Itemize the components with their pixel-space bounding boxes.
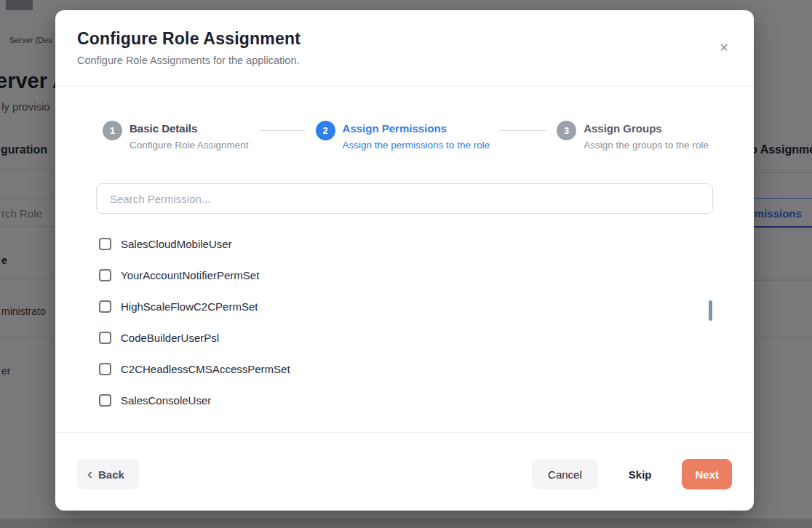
permission-label: HighScaleFlowC2CPermSet — [121, 300, 258, 313]
permission-row[interactable]: SalesConsoleUser — [99, 385, 713, 416]
back-label: Back — [98, 468, 124, 481]
permission-checkbox[interactable] — [99, 238, 111, 250]
permission-label: CodeBuilderUserPsl — [121, 332, 219, 344]
dialog-body: 1 Basic Details Configure Role Assignmen… — [55, 87, 754, 432]
wizard-stepper: 1 Basic Details Configure Role Assignmen… — [103, 121, 709, 151]
step-title: Assign Permissions — [343, 121, 490, 135]
step-assign-permissions[interactable]: 2 Assign Permissions Assign the permissi… — [316, 121, 490, 151]
permission-row[interactable]: HighScaleFlowC2CPermSet — [99, 291, 713, 322]
step-assign-groups[interactable]: 3 Assign Groups Assign the groups to the… — [557, 121, 709, 151]
skip-button[interactable]: Skip — [617, 459, 664, 489]
footer-actions: Cancel Skip Next — [532, 459, 732, 489]
step-title: Basic Details — [130, 121, 249, 135]
permission-row[interactable]: C2CHeadlessCMSAccessPermSet — [99, 353, 713, 385]
configure-role-assignment-dialog: Configure Role Assignment Configure Role… — [55, 10, 754, 511]
step-number-badge: 1 — [103, 121, 122, 140]
permission-checkbox[interactable] — [99, 269, 111, 281]
permission-checkbox[interactable] — [99, 394, 111, 407]
permission-row[interactable]: CodeBuilderUserPsl — [99, 322, 713, 353]
permission-row[interactable]: SalesCloudMobileUser — [99, 228, 713, 260]
permission-list: SalesCloudMobileUser YourAccountNotifier… — [99, 228, 713, 416]
close-icon[interactable]: ✕ — [720, 42, 729, 54]
permission-checkbox[interactable] — [99, 300, 111, 313]
scrollbar-thumb[interactable] — [709, 300, 712, 321]
dialog-title: Configure Role Assignment — [77, 29, 732, 49]
stepper-connector — [260, 130, 305, 131]
step-basic-details[interactable]: 1 Basic Details Configure Role Assignmen… — [103, 121, 249, 151]
dialog-header: Configure Role Assignment Configure Role… — [55, 10, 754, 87]
step-number-badge: 2 — [316, 121, 335, 140]
dialog-subtitle: Configure Role Assignments for the appli… — [77, 55, 732, 66]
permission-label: SalesCloudMobileUser — [121, 238, 232, 250]
step-number-badge: 3 — [557, 121, 576, 140]
step-subtitle: Assign the groups to the role — [584, 140, 709, 151]
back-button[interactable]: ‹ Back — [77, 459, 139, 489]
permission-row[interactable]: YourAccountNotifierPermSet — [99, 260, 713, 291]
search-permission-input[interactable] — [96, 183, 713, 214]
step-title: Assign Groups — [584, 121, 709, 135]
dialog-footer: ‹ Back Cancel Skip Next — [55, 432, 754, 511]
permission-checkbox[interactable] — [99, 332, 111, 344]
step-subtitle: Assign the permissions to the role — [343, 140, 490, 151]
permission-label: C2CHeadlessCMSAccessPermSet — [121, 363, 290, 375]
step-subtitle: Configure Role Assignment — [130, 140, 249, 151]
permission-label: YourAccountNotifierPermSet — [121, 269, 259, 281]
stepper-connector — [501, 130, 546, 131]
next-button[interactable]: Next — [682, 459, 732, 489]
search-container — [96, 183, 713, 214]
permission-checkbox[interactable] — [99, 363, 111, 375]
permission-label: SalesConsoleUser — [121, 394, 211, 407]
chevron-left-icon: ‹ — [87, 465, 92, 481]
cancel-button[interactable]: Cancel — [532, 459, 598, 489]
